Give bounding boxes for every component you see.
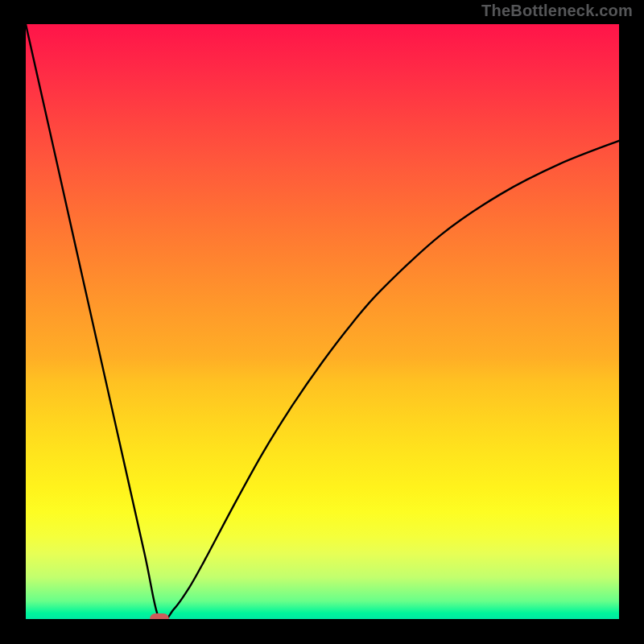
optimum-marker	[150, 613, 169, 619]
plot-area	[26, 24, 619, 619]
chart-stage: TheBottleneck.com	[0, 0, 644, 644]
bottleneck-curve	[26, 24, 619, 619]
watermark-label: TheBottleneck.com	[481, 2, 633, 20]
